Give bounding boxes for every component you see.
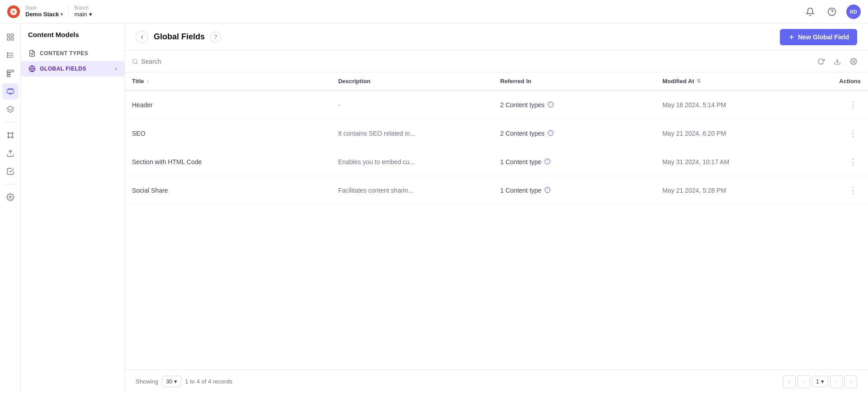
notifications-button[interactable] — [803, 5, 817, 19]
cell-description-0: - — [331, 90, 493, 119]
toolbar-actions — [814, 54, 861, 69]
cell-description-3: Facilitates content sharin... — [331, 176, 493, 205]
main-layout: Content Models CONTENT TYPES G — [0, 24, 868, 393]
stack-label: Stack — [25, 5, 63, 11]
col-header-actions: Actions — [832, 72, 868, 90]
global-fields-icon — [28, 65, 36, 73]
svg-rect-5 — [7, 38, 9, 40]
sidebar-layers-button[interactable] — [2, 101, 19, 118]
sidebar-tasks-button[interactable] — [2, 163, 19, 180]
sidebar-divider-2 — [4, 184, 17, 185]
sidebar-item-global-fields[interactable]: GLOBAL FIELDS › — [21, 61, 124, 76]
download-button[interactable] — [830, 54, 844, 69]
current-page: 1 — [816, 378, 819, 385]
referred-in-text-0: 2 Content types — [500, 101, 545, 109]
col-header-description[interactable]: Description — [331, 72, 493, 90]
stack-selector[interactable]: Stack Demo Stack ▾ — [25, 5, 63, 18]
global-fields-table: Title ↑ Description Referred In — [125, 72, 868, 205]
col-header-title[interactable]: Title ↑ — [125, 72, 331, 90]
referred-info-button-2[interactable] — [544, 158, 551, 166]
first-page-button[interactable]: « — [783, 375, 796, 388]
records-label: 1 to 4 of 4 records — [185, 378, 232, 385]
col-header-referred-in[interactable]: Referred In — [493, 72, 656, 90]
row-actions-button-3[interactable]: ⋮ — [845, 184, 861, 197]
referred-in-text-3: 1 Content type — [500, 187, 542, 194]
sidebar-publish-button[interactable] — [2, 145, 19, 161]
main-content: Global Fields ? New Global Field — [125, 24, 868, 393]
sidebar-divider-1 — [4, 122, 17, 123]
page-chevron-icon: ▾ — [821, 378, 824, 385]
svg-rect-2 — [7, 34, 9, 36]
referred-info-button-0[interactable] — [547, 101, 554, 109]
svg-rect-12 — [7, 70, 14, 72]
new-global-field-button[interactable]: New Global Field — [780, 29, 857, 45]
brand-logo — [7, 5, 20, 18]
row-actions-button-0[interactable]: ⋮ — [845, 98, 861, 112]
content-nav-title: Content Models — [21, 31, 124, 46]
svg-rect-13 — [7, 73, 10, 75]
cell-actions-3: ⋮ — [832, 176, 868, 205]
sidebar-item-content-types[interactable]: CONTENT TYPES — [21, 46, 124, 61]
search-icon — [132, 58, 138, 65]
cell-title-0: Header — [125, 90, 331, 119]
svg-point-19 — [8, 133, 9, 134]
footer-left: Showing 30 ▾ 1 to 4 of 4 records — [136, 376, 232, 387]
svg-line-36 — [137, 62, 138, 64]
last-page-button[interactable]: » — [844, 375, 857, 388]
svg-point-10 — [7, 55, 8, 56]
table-row: SEO It contains SEO related in... 2 Cont… — [125, 119, 868, 148]
sidebar-taxonomy-button[interactable] — [2, 65, 19, 81]
cell-referred-in-3: 1 Content type — [493, 176, 656, 205]
back-button[interactable] — [136, 31, 148, 43]
avatar[interactable]: RD — [846, 5, 861, 19]
cell-modified-at-3: May 21 2024, 5:28 PM — [655, 176, 832, 205]
top-nav: Stack Demo Stack ▾ Branch main ▾ — [0, 0, 868, 24]
top-nav-left: Stack Demo Stack ▾ Branch main ▾ — [7, 5, 92, 18]
top-nav-right: RD — [803, 5, 861, 19]
referred-info-button-1[interactable] — [547, 130, 554, 137]
modified-sort-icon: ⇅ — [697, 78, 701, 84]
svg-point-11 — [7, 57, 8, 57]
search-input[interactable] — [141, 58, 810, 65]
cell-actions-2: ⋮ — [832, 148, 868, 176]
stack-chevron-icon: ▾ — [61, 12, 63, 17]
global-fields-label: GLOBAL FIELDS — [40, 66, 86, 72]
footer-right: « ‹ 1 ▾ › » — [783, 375, 857, 388]
svg-point-20 — [12, 133, 13, 134]
per-page-select[interactable]: 30 ▾ — [162, 376, 181, 387]
sidebar-models-button[interactable] — [2, 83, 19, 99]
title-sort-icon: ↑ — [147, 79, 150, 84]
search-wrapper — [132, 58, 810, 65]
global-fields-chevron-icon: › — [115, 66, 118, 72]
cell-title-1: SEO — [125, 119, 331, 148]
cell-description-2: Enables you to embed cu... — [331, 148, 493, 176]
help-button[interactable] — [825, 5, 839, 19]
svg-rect-17 — [9, 93, 12, 94]
row-actions-button-2[interactable]: ⋮ — [845, 155, 861, 169]
per-page-value: 30 — [166, 378, 172, 385]
table-toolbar — [125, 51, 868, 72]
svg-point-9 — [7, 52, 8, 53]
col-header-modified-at[interactable]: Modified At ⇅ — [655, 72, 832, 90]
page-help-button[interactable]: ? — [210, 32, 221, 43]
cell-modified-at-2: May 31 2024, 10:17 AM — [655, 148, 832, 176]
sidebar-home-button[interactable] — [2, 29, 19, 45]
cell-title-2: Section with HTML Code — [125, 148, 331, 176]
showing-label: Showing — [136, 378, 158, 385]
page-select[interactable]: 1 ▾ — [812, 376, 828, 387]
branch-label: Branch — [74, 5, 92, 11]
row-actions-button-1[interactable]: ⋮ — [845, 127, 861, 140]
next-page-button[interactable]: › — [830, 375, 843, 388]
branch-selector[interactable]: Branch main ▾ — [68, 5, 92, 18]
svg-rect-3 — [11, 34, 13, 36]
sidebar-settings-button[interactable] — [2, 189, 19, 205]
referred-info-button-3[interactable] — [544, 187, 551, 194]
branch-chevron-icon: ▾ — [89, 11, 92, 18]
cell-referred-in-1: 2 Content types — [493, 119, 656, 148]
prev-page-button[interactable]: ‹ — [797, 375, 810, 388]
sidebar-content-button[interactable] — [2, 47, 19, 63]
settings-button[interactable] — [846, 54, 861, 69]
sidebar-deploy-button[interactable] — [2, 127, 19, 143]
refresh-button[interactable] — [814, 54, 828, 69]
cell-referred-in-0: 2 Content types — [493, 90, 656, 119]
